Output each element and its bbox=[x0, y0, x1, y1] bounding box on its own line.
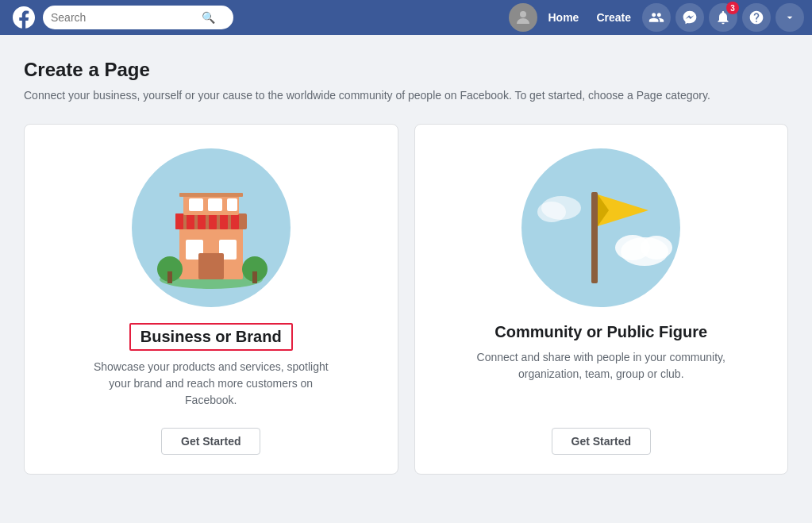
navbar: 🔍 Home Create 3 bbox=[0, 0, 812, 35]
page-content: Create a Page Connect your business, you… bbox=[0, 35, 812, 490]
svg-rect-12 bbox=[220, 213, 228, 229]
svg-rect-11 bbox=[209, 213, 217, 229]
svg-point-26 bbox=[641, 236, 672, 260]
community-figure-get-started[interactable]: Get Started bbox=[552, 428, 651, 455]
svg-rect-20 bbox=[167, 271, 172, 283]
page-title: Create a Page bbox=[24, 59, 788, 81]
create-nav-link[interactable]: Create bbox=[590, 8, 637, 27]
friends-icon-btn[interactable] bbox=[642, 3, 671, 32]
svg-rect-8 bbox=[175, 213, 183, 229]
svg-rect-15 bbox=[189, 198, 203, 211]
svg-point-23 bbox=[521, 148, 680, 307]
svg-rect-16 bbox=[208, 198, 222, 211]
svg-rect-29 bbox=[591, 192, 598, 283]
facebook-logo bbox=[8, 2, 40, 33]
search-bar[interactable]: 🔍 bbox=[43, 6, 233, 29]
svg-rect-10 bbox=[198, 213, 206, 229]
business-brand-desc: Showcase your products and services, spo… bbox=[84, 359, 338, 409]
nav-right: Home Create 3 bbox=[509, 3, 805, 32]
svg-rect-17 bbox=[227, 198, 237, 211]
svg-point-0 bbox=[520, 11, 526, 17]
messenger-icon-btn[interactable] bbox=[675, 3, 704, 32]
business-brand-card[interactable]: Business or Brand Showcase your products… bbox=[24, 124, 398, 475]
business-brand-title: Business or Brand bbox=[129, 323, 293, 351]
notifications-icon-btn[interactable]: 3 bbox=[709, 3, 737, 32]
community-figure-card[interactable]: Community or Public Figure Connect and s… bbox=[414, 124, 789, 475]
svg-rect-6 bbox=[198, 253, 224, 279]
notification-badge: 3 bbox=[726, 2, 739, 14]
page-subtitle: Connect your business, yourself or your … bbox=[24, 89, 788, 102]
cards-row: Business or Brand Showcase your products… bbox=[24, 124, 788, 475]
community-figure-desc: Connect and share with people in your co… bbox=[474, 349, 728, 383]
business-brand-illustration bbox=[132, 148, 291, 307]
business-brand-get-started[interactable]: Get Started bbox=[161, 428, 260, 455]
user-avatar[interactable] bbox=[509, 3, 537, 32]
svg-rect-22 bbox=[252, 271, 257, 283]
svg-rect-13 bbox=[231, 213, 239, 229]
home-nav-link[interactable]: Home bbox=[542, 8, 586, 27]
community-figure-title: Community or Public Figure bbox=[495, 323, 707, 341]
svg-rect-9 bbox=[187, 213, 194, 229]
svg-point-28 bbox=[537, 202, 566, 222]
community-figure-illustration bbox=[521, 148, 680, 307]
help-icon-btn[interactable] bbox=[742, 3, 771, 32]
svg-rect-18 bbox=[179, 193, 243, 197]
more-options-btn[interactable] bbox=[775, 3, 804, 32]
search-input[interactable] bbox=[51, 11, 202, 24]
search-icon[interactable]: 🔍 bbox=[202, 11, 215, 24]
